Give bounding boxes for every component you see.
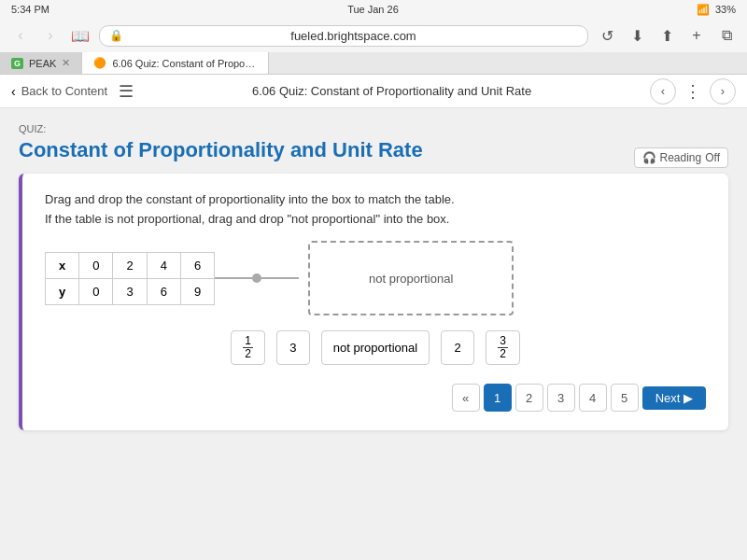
answer-option-5[interactable]: 3 2 bbox=[486, 330, 520, 365]
drop-box-content: not proportional bbox=[369, 272, 453, 286]
reading-label: Reading bbox=[660, 151, 702, 164]
table-header-x: x bbox=[46, 252, 79, 278]
forward-button[interactable]: › bbox=[39, 24, 62, 47]
lock-icon: 🔒 bbox=[109, 29, 123, 42]
question-text-1: Drag and drop the constant of proportion… bbox=[45, 192, 706, 206]
tab-quiz[interactable]: 🟠 6.06 Quiz: Constant of Proportionality… bbox=[82, 52, 269, 74]
prev-page-button[interactable]: ‹ bbox=[650, 78, 676, 105]
pagination-page-3[interactable]: 3 bbox=[547, 384, 575, 412]
time-display: 5:34 PM bbox=[11, 4, 49, 15]
answer-label-2: 2 bbox=[455, 341, 461, 355]
back-chevron-icon: ‹ bbox=[11, 84, 16, 99]
table-cell-y0: 0 bbox=[79, 278, 113, 304]
quiz-label: QUIZ: bbox=[19, 123, 728, 134]
pagination-next[interactable]: Next ▶ bbox=[642, 386, 706, 410]
tab-peak-badge: G bbox=[11, 58, 23, 69]
content-area: QUIZ: Constant of Proportionality and Un… bbox=[0, 108, 747, 560]
answer-label-3: 3 bbox=[289, 341, 296, 355]
fraction-numerator: 1 bbox=[243, 335, 253, 348]
table-cell-x1: 2 bbox=[113, 252, 147, 278]
connector-dot bbox=[252, 273, 261, 283]
download-button[interactable]: ⬇ bbox=[626, 24, 648, 47]
fraction-1-2: 1 2 bbox=[243, 335, 253, 360]
table-cell-x2: 4 bbox=[147, 252, 180, 278]
tabs-button[interactable]: ⧉ bbox=[715, 24, 738, 47]
tab-quiz-favicon: 🟠 bbox=[93, 57, 106, 69]
more-options-button[interactable]: ⋮ bbox=[680, 78, 706, 105]
quiz-title: Constant of Proportionality and Unit Rat… bbox=[19, 138, 728, 162]
tabs-bar: G PEAK ✕ 🟠 6.06 Quiz: Constant of Propor… bbox=[0, 52, 747, 75]
table-header-y: y bbox=[46, 278, 79, 304]
bookmarks-button[interactable]: 📖 bbox=[69, 24, 92, 47]
connector-line-2 bbox=[261, 277, 299, 279]
page-navbar: ‹ Back to Content ☰ 6.06 Quiz: Constant … bbox=[0, 75, 747, 108]
fraction-denominator-2: 2 bbox=[498, 348, 508, 360]
pagination-prev[interactable]: « bbox=[452, 384, 480, 412]
answer-options: 1 2 3 not proportional 2 3 2 bbox=[45, 330, 706, 365]
battery-display: 33% bbox=[715, 4, 736, 15]
table-cell-y2: 6 bbox=[147, 278, 180, 304]
tab-peak-title: PEAK bbox=[29, 58, 56, 69]
headphone-icon: 🎧 bbox=[642, 151, 656, 164]
connector-line bbox=[215, 277, 252, 279]
back-button[interactable]: ‹ bbox=[9, 24, 32, 47]
pagination-page-2[interactable]: 2 bbox=[515, 384, 543, 412]
table-cell-y3: 9 bbox=[180, 278, 214, 304]
answer-label-not-proportional: not proportional bbox=[333, 341, 417, 355]
answer-option-3[interactable]: not proportional bbox=[321, 330, 430, 365]
proportion-table: x 0 2 4 6 y 0 3 6 9 bbox=[45, 252, 215, 305]
question-text-2: If the table is not proportional, drag a… bbox=[45, 212, 706, 226]
answer-option-2[interactable]: 3 bbox=[276, 330, 310, 365]
reload-button[interactable]: ↺ bbox=[596, 24, 618, 47]
fraction-3-2: 3 2 bbox=[498, 335, 508, 360]
share-button[interactable]: ⬆ bbox=[655, 24, 678, 47]
page-nav-arrows: ‹ ⋮ › bbox=[650, 78, 736, 105]
tab-peak-close[interactable]: ✕ bbox=[62, 57, 70, 69]
status-bar: 5:34 PM Tue Jan 26 📶 33% bbox=[0, 0, 747, 19]
reading-state: Off bbox=[705, 151, 720, 164]
table-cell-x3: 6 bbox=[180, 252, 214, 278]
system-icons: 📶 33% bbox=[697, 4, 736, 16]
tab-quiz-title: 6.06 Quiz: Constant of Proportionality a… bbox=[112, 58, 257, 69]
tab-peak[interactable]: G PEAK ✕ bbox=[0, 52, 82, 74]
wifi-icon: 📶 bbox=[697, 4, 710, 16]
next-page-button[interactable]: › bbox=[710, 78, 736, 105]
connector bbox=[215, 273, 299, 283]
new-tab-button[interactable]: + bbox=[685, 24, 708, 47]
reading-button[interactable]: 🎧 Reading Off bbox=[634, 147, 729, 168]
fraction-denominator: 2 bbox=[243, 348, 253, 360]
pagination-page-4[interactable]: 4 bbox=[579, 384, 607, 412]
address-bar[interactable]: 🔒 fueled.brightspace.com bbox=[99, 25, 588, 47]
pagination-page-1[interactable]: 1 bbox=[484, 384, 512, 412]
quiz-card: Drag and drop the constant of proportion… bbox=[19, 174, 728, 430]
pagination-page-5[interactable]: 5 bbox=[611, 384, 639, 412]
hamburger-button[interactable]: ☰ bbox=[119, 81, 134, 102]
table-cell-x0: 0 bbox=[79, 252, 113, 278]
table-cell-y1: 3 bbox=[113, 278, 147, 304]
pagination: « 1 2 3 4 5 Next ▶ bbox=[45, 384, 706, 412]
answer-option-4[interactable]: 2 bbox=[441, 330, 474, 365]
back-to-content-link[interactable]: Back to Content bbox=[21, 84, 108, 98]
browser-toolbar: ‹ › 📖 🔒 fueled.brightspace.com ↺ ⬇ ⬆ + ⧉ bbox=[0, 19, 747, 52]
drag-area: x 0 2 4 6 y 0 3 6 9 bbox=[45, 241, 706, 315]
date-display: Tue Jan 26 bbox=[347, 4, 399, 15]
page-nav-title: 6.06 Quiz: Constant of Proportionality a… bbox=[252, 84, 531, 98]
fraction-numerator-2: 3 bbox=[498, 335, 508, 348]
url-display: fueled.brightspace.com bbox=[129, 29, 578, 43]
answer-option-1[interactable]: 1 2 bbox=[231, 330, 265, 365]
drop-target-box[interactable]: not proportional bbox=[308, 241, 514, 315]
